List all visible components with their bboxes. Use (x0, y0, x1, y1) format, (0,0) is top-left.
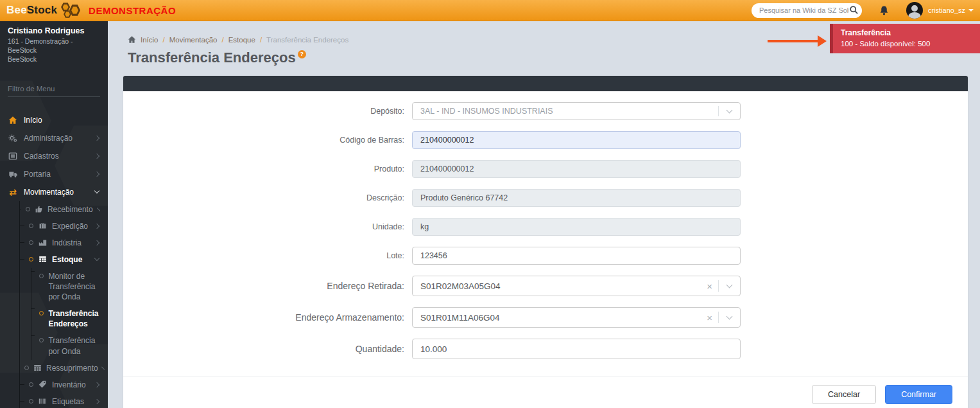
lote-label: Lote: (123, 251, 412, 260)
confirm-button[interactable]: Confirmar (885, 385, 952, 404)
sidebar-item-expedicao[interactable]: Expedição (20, 218, 108, 235)
suitcase-icon (38, 222, 47, 230)
endereco-retirada-label: Endereço Retirada: (123, 281, 412, 291)
sidebar-item-inventario[interactable]: Inventário (20, 377, 108, 393)
notification-toast[interactable]: Transferência 100 - Saldo disponível: 50… (830, 24, 980, 53)
chevron-down-icon (94, 256, 99, 261)
endereco-armazenamento-select[interactable]: S01R01M11A06G04 × (412, 307, 741, 328)
deposito-value: 3AL - IND - INSUMOS INDUSTRIAIS (413, 107, 718, 116)
field-row-quantidade: Quantidade: (123, 339, 968, 359)
barcode-icon (38, 397, 47, 405)
produto-label: Produto: (123, 164, 412, 173)
clear-icon[interactable]: × (701, 312, 718, 323)
sidebar-item-monitor-transferencia-onda[interactable]: Monitor de Transferência por Onda (31, 268, 108, 306)
bullet-icon (29, 382, 33, 387)
descricao-field: Produto Genérico 67742 (412, 189, 741, 207)
grid-icon (33, 364, 42, 372)
sidebar-item-transferencia-enderecos[interactable]: Transferência Endereços (31, 305, 108, 332)
bullet-icon (24, 366, 29, 370)
search-icon[interactable] (849, 5, 859, 15)
field-row-codigo-barras: Código de Barras: (123, 131, 968, 149)
descricao-label: Descrição: (123, 193, 412, 202)
chevron-right-icon (94, 153, 99, 158)
sidebar-nav: Início Administração Cadastros (0, 111, 108, 408)
truck-icon (8, 170, 18, 179)
sidebar-item-industria[interactable]: Indústria (20, 235, 108, 251)
breadcrumb-link-estoque[interactable]: Estoque (228, 36, 255, 44)
chevron-right-icon (94, 382, 99, 387)
notification-title: Transferência (841, 28, 972, 37)
gears-icon (8, 134, 18, 143)
chevron-down-icon[interactable] (719, 103, 740, 120)
estoque-submenu: Monitor de Transferência por Onda Transf… (31, 268, 108, 360)
quantidade-input[interactable] (413, 339, 740, 359)
sidebar-item-portaria[interactable]: Portaria (0, 165, 108, 183)
notifications-bell-icon[interactable] (879, 5, 890, 16)
unidade-value: kg (413, 222, 740, 231)
produto-value: 210400000012 (413, 164, 740, 173)
bullet-icon (39, 338, 44, 342)
sidebar-item-transferencia-por-onda[interactable]: Transferência por Onda (31, 332, 108, 359)
endereco-retirada-select[interactable]: S01R02M03A05G04 × (412, 276, 741, 296)
exchange-arrows-icon: ⇄ (8, 188, 18, 197)
logo-text-stock: Stock (27, 4, 57, 17)
help-icon[interactable]: ? (298, 50, 306, 58)
transfer-form-card: Depósito: 3AL - IND - INSUMOS INDUSTRIAI… (123, 76, 968, 408)
sidebar-item-etiquetas[interactable]: Etiquetas (20, 393, 108, 408)
movimentacao-submenu: Recebimento Expedição (19, 201, 108, 408)
codigo-barras-input[interactable] (413, 132, 740, 148)
deposito-label: Depósito: (123, 107, 412, 116)
cancel-button[interactable]: Cancelar (812, 385, 876, 404)
field-row-endereco-retirada: Endereço Retirada: S01R02M03A05G04 × (123, 276, 968, 296)
wiki-search-input[interactable] (752, 3, 862, 18)
quantidade-field (412, 339, 741, 359)
chevron-right-icon (94, 399, 99, 404)
bullet-icon (39, 274, 44, 278)
sidebar-item-cadastros[interactable]: Cadastros (0, 147, 108, 165)
sidebar-item-administracao[interactable]: Administração (0, 129, 108, 147)
annotation-arrow (768, 35, 827, 47)
breadcrumb-current: Transferência Endereços (266, 36, 348, 44)
sidebar: Cristiano Rodrigues 161 - Demonstração -… (0, 21, 108, 408)
menu-filter (8, 82, 100, 97)
deposito-select[interactable]: 3AL - IND - INSUMOS INDUSTRIAIS (412, 102, 741, 120)
chevron-right-icon (94, 135, 99, 140)
bullet-icon (26, 207, 30, 211)
user-avatar[interactable] (906, 2, 923, 19)
form-footer: Cancelar Confirmar (123, 377, 968, 408)
user-company: 161 - Demonstração - BeeStock (8, 37, 100, 55)
chevron-down-icon[interactable] (719, 276, 740, 296)
sidebar-item-ressuprimento[interactable]: Ressuprimento (20, 360, 108, 377)
breadcrumb-link-inicio[interactable]: Início (141, 36, 159, 44)
endereco-armazenamento-label: Endereço Armazenamento: (123, 312, 412, 323)
sidebar-item-movimentacao[interactable]: ⇄ Movimentação (0, 183, 108, 201)
sidebar-item-recebimento[interactable]: Recebimento (20, 201, 108, 218)
clear-icon[interactable]: × (701, 281, 718, 292)
lote-input[interactable] (413, 247, 740, 264)
endereco-retirada-value: S01R02M03A05G04 (413, 281, 701, 291)
menu-filter-input[interactable] (8, 82, 100, 97)
field-row-descricao: Descrição: Produto Genérico 67742 (123, 189, 968, 207)
sidebar-item-estoque[interactable]: Estoque (20, 251, 108, 268)
user-name: Cristiano Rodrigues (8, 26, 100, 35)
list-icon (8, 152, 18, 161)
tags-icon (38, 380, 47, 389)
endereco-armazenamento-value: S01R01M11A06G04 (413, 313, 701, 323)
bullet-icon (29, 257, 33, 262)
username-dropdown[interactable]: cristiano_sz (928, 6, 974, 14)
chevron-down-icon[interactable] (719, 308, 740, 327)
home-icon[interactable] (128, 35, 136, 44)
sidebar-user-block: Cristiano Rodrigues 161 - Demonstração -… (0, 21, 108, 67)
username-label: cristiano_sz (928, 6, 965, 14)
sidebar-item-inicio[interactable]: Início (0, 111, 108, 129)
chevron-right-icon (94, 223, 99, 228)
card-header-strip (123, 76, 968, 91)
beestock-logo[interactable]: BeeStock (6, 1, 81, 19)
chevron-right-icon (94, 240, 99, 245)
chevron-right-icon (101, 366, 105, 369)
field-row-endereco-armazenamento: Endereço Armazenamento: S01R01M11A06G04 … (123, 307, 968, 328)
transfer-form: Depósito: 3AL - IND - INSUMOS INDUSTRIAI… (123, 91, 968, 377)
breadcrumb-link-movimentacao[interactable]: Movimentação (169, 36, 218, 44)
user-system: BeeStock (8, 55, 100, 64)
bullet-icon (29, 399, 33, 404)
